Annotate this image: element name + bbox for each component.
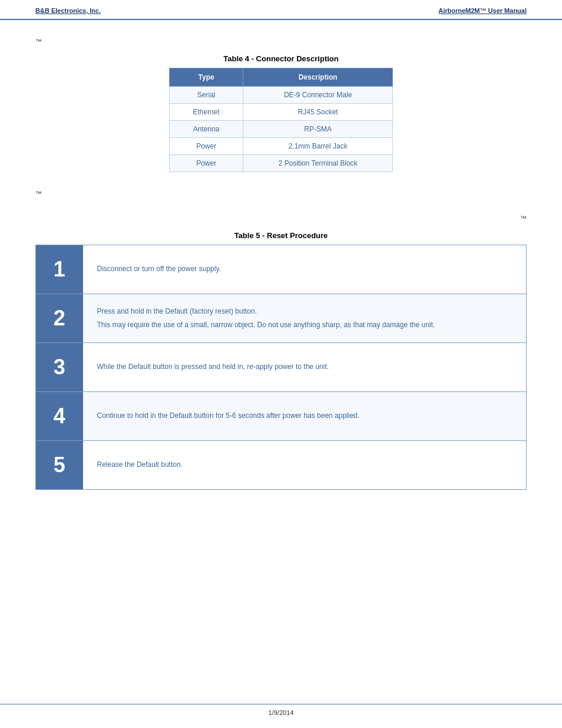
reset-step-text: Press and hold in the Default (factory r… [83,294,527,343]
reset-step-row: 5Release the Default button. [36,441,527,490]
connector-table-row: Power2.1mm Barrel Jack [170,138,393,155]
main-content: ™ Table 4 - Connector Description Type D… [0,20,562,525]
section-gap-1: ™ [35,190,527,197]
footer-date: 1/9/2014 [269,709,294,716]
connector-table: Type Description SerialDE-9 Connector Ma… [169,68,393,172]
connector-col-description: Description [243,68,393,87]
connector-description-cell: DE-9 Connector Male [243,87,393,104]
connector-description-cell: 2 Position Terminal Block [243,155,393,172]
connector-table-row: EthernetRJ45 Socket [170,104,393,121]
reset-step-text: Release the Default button. [83,441,527,490]
connector-table-row: Power2 Position Terminal Block [170,155,393,172]
connector-description-cell: RJ45 Socket [243,104,393,121]
connector-table-title: Table 4 - Connector Description [35,54,527,63]
header-company: B&B Electronics, Inc. [35,7,101,14]
tm-line-3: ™ [35,215,527,222]
page: B&B Electronics, Inc. AirborneM2M™ User … [0,0,562,728]
connector-description-cell: RP-SMA [243,121,393,138]
tm-line-1: ™ [35,38,527,45]
header-manual-title: AirborneM2M™ User Manual [438,7,527,14]
connector-type-cell: Ethernet [170,104,243,121]
connector-col-type: Type [170,68,243,87]
connector-table-header-row: Type Description [170,68,393,87]
connector-type-cell: Antenna [170,121,243,138]
reset-step-number: 2 [36,294,83,343]
reset-step-subtext: This may require the use of a small, nar… [97,319,513,331]
connector-type-cell: Serial [170,87,243,104]
connector-type-cell: Power [170,138,243,155]
reset-step-number: 3 [36,343,83,392]
reset-step-row: 1Disconnect or turn off the power supply… [36,245,527,294]
reset-step-row: 2Press and hold in the Default (factory … [36,294,527,343]
connector-type-cell: Power [170,155,243,172]
connector-table-row: SerialDE-9 Connector Male [170,87,393,104]
reset-step-number: 5 [36,441,83,490]
page-footer: 1/9/2014 [0,704,562,716]
reset-step-text: While the Default button is pressed and … [83,343,527,392]
reset-step-row: 4Continue to hold in the Default button … [36,392,527,441]
tm-line-2: ™ [35,190,527,197]
connector-table-row: AntennaRP-SMA [170,121,393,138]
reset-step-row: 3While the Default button is pressed and… [36,343,527,392]
reset-step-number: 4 [36,392,83,441]
reset-table-title: Table 5 - Reset Procedure [35,231,527,240]
connector-description-cell: 2.1mm Barrel Jack [243,138,393,155]
reset-step-number: 1 [36,245,83,294]
page-header: B&B Electronics, Inc. AirborneM2M™ User … [0,0,562,20]
reset-table: 1Disconnect or turn off the power supply… [35,245,527,490]
reset-step-text: Disconnect or turn off the power supply. [83,245,527,294]
reset-step-text: Continue to hold in the Default button f… [83,392,527,441]
